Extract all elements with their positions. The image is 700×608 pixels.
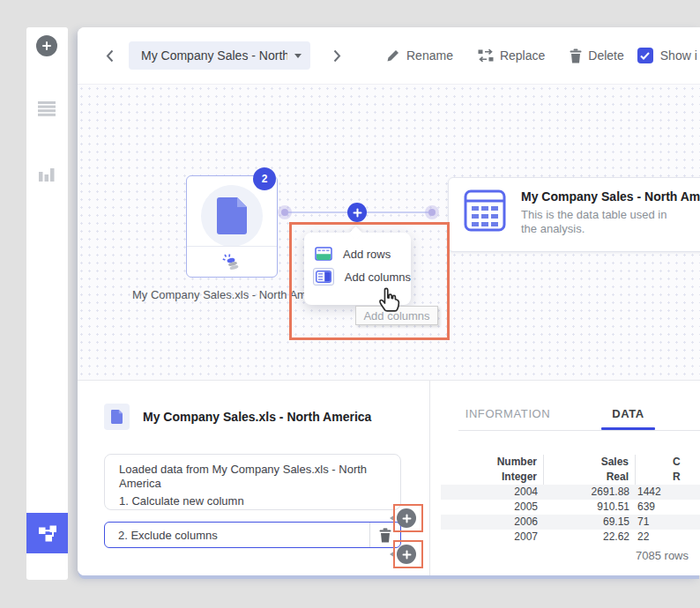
cell: 910.51 [544, 500, 636, 515]
step-2-label: 2. Exclude columns [105, 529, 369, 542]
data-table-node-title: My Company Sales - North America [521, 189, 700, 204]
table-row: 2006 69.15 71 [441, 515, 700, 530]
add-columns-icon-ring [313, 268, 334, 285]
plus-icon [402, 514, 412, 523]
replace-label: Replace [500, 48, 545, 63]
data-preview-table: Number Sales C Integer Real R 2004 2691.… [441, 455, 700, 540]
bottom-panel: My Company Sales.xls - North America Loa… [78, 381, 700, 575]
table-row: 2005 910.51 639 [441, 500, 700, 515]
add-rows-label: Add rows [343, 248, 391, 261]
add-rows-icon [315, 247, 332, 261]
file-icon [217, 197, 247, 234]
rename-button[interactable]: Rename [386, 48, 453, 63]
popup-caret [349, 226, 363, 241]
table-row: 2007 22.62 22 [441, 530, 700, 540]
plus-icon [402, 550, 412, 560]
cell: 22 [636, 530, 700, 540]
data-table-node[interactable]: My Company Sales - North America This is… [448, 177, 700, 252]
tab-information[interactable]: INFORMATION [458, 407, 557, 433]
loaded-data-card[interactable]: Loaded data from My Company Sales.xls - … [104, 454, 401, 510]
file-node-footer [187, 246, 277, 277]
column-header: Sales [544, 455, 636, 470]
cell: 2004 [441, 485, 544, 500]
column-header: C [636, 455, 700, 470]
add-columns-label: Add columns [345, 271, 411, 284]
hand-cursor [377, 285, 402, 312]
source-panel-title: My Company Sales.xls - North America [143, 410, 371, 424]
chevron-down-icon [294, 54, 302, 58]
canvas-toolbar: My Company Sales - North Am... Rename [78, 27, 700, 84]
data-canvas-icon [36, 522, 59, 545]
tabs-divider [458, 430, 700, 431]
rename-label: Rename [406, 48, 453, 63]
table-header-row: Number Sales C [441, 455, 700, 470]
source-file-icon-box [104, 404, 130, 430]
column-header: Number [441, 455, 544, 470]
menu-item-add-rows[interactable]: Add rows [315, 242, 411, 265]
delete-label: Delete [588, 48, 623, 63]
pointer-hand-icon [377, 285, 402, 312]
add-transformation-button[interactable] [347, 203, 367, 222]
data-table-node-description: This is the data table used in the analy… [521, 208, 680, 236]
add-button[interactable] [36, 35, 57, 56]
chevron-right-icon [333, 49, 341, 63]
column-type: Real [544, 470, 636, 485]
show-checkbox[interactable] [637, 48, 653, 63]
source-file-node[interactable] [186, 175, 278, 278]
cell: 2691.88 [544, 485, 636, 500]
sidebar-item-data-list[interactable] [37, 101, 56, 116]
add-columns-icon [316, 271, 331, 283]
show-label: Show i [660, 48, 697, 63]
plus-icon [353, 208, 362, 218]
replace-button[interactable]: Replace [478, 48, 545, 63]
table-row: 2004 2691.88 1442 [441, 485, 700, 500]
trash-icon [570, 48, 582, 63]
insert-caret-1 [390, 515, 395, 522]
cell: 639 [636, 500, 700, 515]
source-panel-header: My Company Sales.xls - North America [104, 404, 371, 430]
exclude-columns-card[interactable]: 2. Exclude columns [104, 522, 401, 548]
cell: 69.15 [544, 515, 636, 530]
connector-dot-right[interactable] [425, 205, 439, 219]
file-icon [111, 410, 123, 424]
loaded-data-text: Loaded data from My Company Sales.xls - … [119, 463, 384, 491]
data-canvas-area[interactable]: My Company Sales.xls - North America [78, 84, 700, 381]
delete-step-button[interactable] [369, 523, 400, 547]
sidebar-item-visualizations[interactable] [37, 167, 56, 182]
dataset-selector-value: My Company Sales - North Am... [141, 48, 287, 63]
row-count: 7085 rows [571, 549, 689, 562]
cell: 71 [636, 515, 700, 530]
delete-button[interactable]: Delete [570, 48, 623, 63]
show-toggle[interactable]: Show i [637, 48, 697, 63]
bar-chart-icon [37, 167, 56, 182]
cell: 1442 [636, 485, 700, 500]
cell: 22.62 [544, 530, 636, 540]
cell: 2005 [441, 500, 544, 515]
column-type: R [636, 470, 700, 485]
transformation-count-badge: 2 [253, 167, 276, 190]
check-icon [640, 52, 650, 60]
left-sidebar [26, 27, 68, 580]
step-1-label: 1. Calculate new column [119, 494, 386, 508]
data-table-icon [464, 189, 506, 232]
chevron-left-icon [106, 49, 114, 63]
plus-icon [41, 41, 52, 51]
column-type: Integer [441, 470, 544, 485]
data-canvas-window: My Company Sales - North Am... Rename [78, 27, 700, 575]
trash-icon [379, 528, 391, 543]
add-step-button-1[interactable] [397, 508, 416, 528]
app-root: My Company Sales - North Am... Rename [0, 0, 700, 608]
next-dataset-button[interactable] [330, 45, 344, 66]
table-type-row: Integer Real R [441, 470, 700, 485]
panel-divider [429, 381, 430, 575]
previous-dataset-button[interactable] [102, 45, 116, 66]
sidebar-item-data-canvas[interactable] [26, 513, 68, 553]
file-node-circle [201, 185, 263, 247]
data-list-icon [37, 101, 56, 116]
pencil-icon [386, 48, 400, 63]
insert-caret-2 [390, 551, 395, 558]
connector-dot-left[interactable] [278, 205, 292, 219]
dataset-selector-dropdown[interactable]: My Company Sales - North Am... [129, 41, 310, 70]
replace-icon [478, 48, 494, 63]
add-step-button-2[interactable] [397, 545, 416, 564]
